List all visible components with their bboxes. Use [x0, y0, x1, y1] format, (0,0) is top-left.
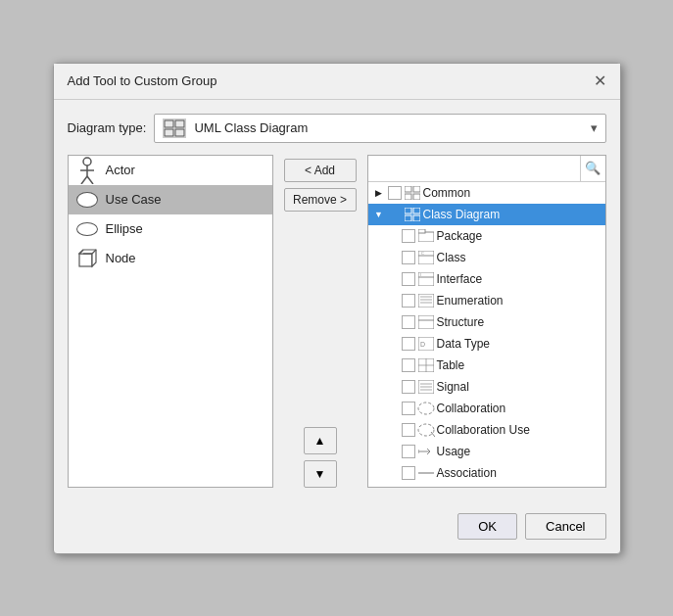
- tree-row[interactable]: Usage: [368, 441, 605, 462]
- tree-toggle-spacer: [386, 423, 400, 437]
- tree-item-icon: [417, 228, 435, 244]
- tree-row[interactable]: Unidir. Association: [368, 484, 605, 488]
- list-item[interactable]: Actor: [69, 156, 272, 185]
- svg-rect-2: [165, 129, 173, 136]
- cancel-button[interactable]: Cancel: [525, 513, 605, 540]
- tree-toggle-spacer: [386, 445, 400, 458]
- tree-row[interactable]: C Class: [368, 247, 605, 268]
- collaboration-icon: [417, 401, 435, 416]
- usage-icon: [417, 444, 435, 459]
- list-item-label: Node: [106, 251, 136, 265]
- table-icon: [417, 357, 435, 373]
- tree-item-label: Interface: [437, 272, 483, 286]
- svg-rect-17: [413, 194, 420, 200]
- tree-checkbox[interactable]: [388, 208, 402, 221]
- signal-icon: [417, 379, 435, 395]
- node-icon: [76, 248, 98, 269]
- tree-item-label: Signal: [437, 380, 469, 394]
- move-up-button[interactable]: ▲: [304, 427, 337, 454]
- tree-toggle-spacer: [386, 315, 400, 329]
- tree-item-label: Table: [437, 358, 465, 372]
- svg-rect-19: [413, 208, 420, 213]
- tree-item-icon: [404, 207, 421, 222]
- title-bar: Add Tool to Custom Group ✕: [54, 64, 620, 100]
- tree-toggle-spacer: [386, 229, 400, 243]
- svg-rect-3: [175, 129, 184, 136]
- remove-button[interactable]: Remove >: [284, 188, 357, 212]
- list-item-label: Actor: [106, 163, 135, 177]
- list-item-label: Use Case: [106, 192, 162, 207]
- tree-item-label: Enumeration: [437, 294, 504, 308]
- diagram-type-text: UML Class Diagram: [194, 120, 582, 135]
- tree-row[interactable]: Structure: [368, 311, 605, 333]
- svg-rect-14: [405, 186, 411, 192]
- tree-checkbox[interactable]: [402, 466, 415, 480]
- ok-button[interactable]: OK: [457, 513, 517, 540]
- search-input[interactable]: [368, 158, 580, 179]
- tree-item-label: Usage: [437, 445, 471, 458]
- tree-checkbox[interactable]: [402, 358, 415, 372]
- tree-toggle-spacer: [386, 380, 400, 394]
- tree-row[interactable]: Package: [368, 225, 605, 247]
- tree-checkbox[interactable]: [402, 251, 415, 264]
- association-icon: [417, 465, 435, 481]
- dropdown-arrow-icon: ▾: [591, 120, 598, 135]
- search-icon[interactable]: 🔍: [580, 156, 605, 181]
- tree-row[interactable]: Table: [368, 355, 605, 376]
- tree-checkbox[interactable]: [402, 445, 415, 458]
- collaboration-use-icon: [417, 422, 435, 438]
- tree-row[interactable]: Enumeration: [368, 290, 605, 311]
- tree-checkbox[interactable]: [402, 423, 415, 437]
- tree-toggle-icon[interactable]: ▼: [372, 208, 386, 221]
- tree-checkbox[interactable]: [402, 337, 415, 351]
- tree-toggle-spacer: [386, 337, 400, 351]
- list-item[interactable]: Node: [69, 244, 272, 273]
- move-down-button[interactable]: ▼: [304, 460, 337, 488]
- tree-row[interactable]: Association: [368, 462, 605, 484]
- tree-checkbox[interactable]: [402, 229, 415, 243]
- center-panel: < Add Remove > ▲ ▼: [281, 155, 360, 488]
- svg-point-45: [418, 403, 434, 414]
- unidir-association-icon: [417, 487, 435, 488]
- tree-row[interactable]: I Interface: [368, 268, 605, 290]
- tree-checkbox[interactable]: [402, 402, 415, 415]
- usecase-icon: [76, 189, 98, 211]
- tree-toggle-icon[interactable]: ▶: [372, 186, 386, 200]
- svg-rect-15: [413, 186, 420, 192]
- svg-line-8: [87, 176, 93, 184]
- list-item-label: Ellipse: [106, 221, 143, 236]
- tree-row[interactable]: ▶ Common: [368, 182, 605, 204]
- tree-item-label: Package: [437, 229, 483, 243]
- tree-toggle-spacer: [386, 466, 400, 480]
- tree-row[interactable]: ▼ Class Diagram: [368, 204, 605, 225]
- tree-item-label: Class: [437, 251, 466, 264]
- svg-rect-23: [418, 229, 425, 233]
- diagram-type-select[interactable]: UML Class Diagram ▾: [154, 114, 605, 143]
- svg-point-4: [83, 158, 91, 166]
- class-icon: C: [417, 250, 435, 265]
- svg-rect-1: [175, 120, 184, 127]
- actor-icon: [76, 160, 98, 181]
- tree-row[interactable]: Collaboration: [368, 398, 605, 419]
- diagram-type-row: Diagram type: UML Class Diagram ▾: [68, 114, 606, 143]
- tree-checkbox[interactable]: [402, 315, 415, 329]
- svg-rect-30: [418, 294, 434, 308]
- close-button[interactable]: ✕: [594, 73, 606, 89]
- add-button[interactable]: < Add: [284, 159, 357, 182]
- list-item[interactable]: Ellipse: [69, 214, 272, 244]
- right-panel: 🔍 ▶ Common: [367, 155, 606, 488]
- dialog-title: Add Tool to Custom Group: [68, 73, 217, 88]
- tree-item-label: Common: [423, 186, 471, 200]
- list-item[interactable]: Use Case: [69, 185, 272, 214]
- tree-row[interactable]: Signal: [368, 376, 605, 398]
- tree-checkbox[interactable]: [402, 272, 415, 286]
- svg-rect-0: [165, 120, 173, 127]
- tree-checkbox[interactable]: [402, 380, 415, 394]
- tree-row[interactable]: Collaboration Use: [368, 419, 605, 441]
- svg-text:I: I: [420, 272, 421, 277]
- svg-rect-20: [405, 215, 411, 221]
- tree-row[interactable]: D Data Type: [368, 333, 605, 355]
- tree-checkbox[interactable]: [402, 294, 415, 308]
- search-bar: 🔍: [368, 156, 605, 182]
- tree-checkbox[interactable]: [388, 186, 402, 200]
